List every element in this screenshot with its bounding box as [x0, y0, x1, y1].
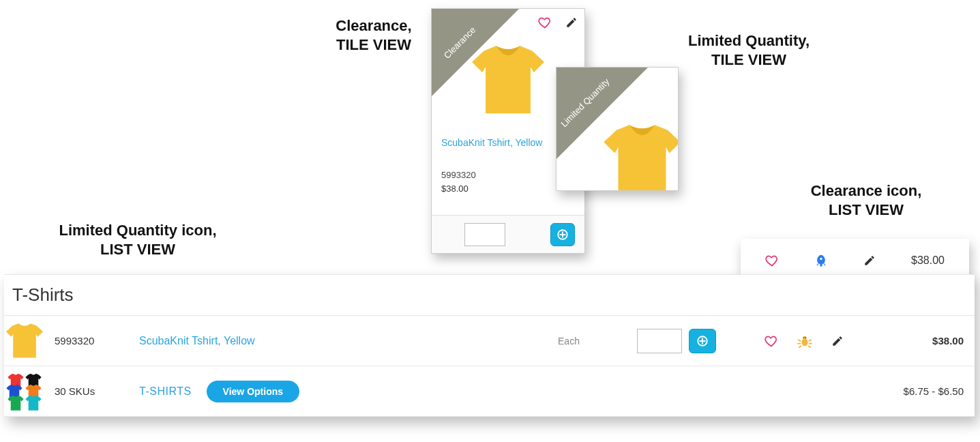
tile-footer: [432, 215, 584, 253]
quantity-input[interactable]: [464, 223, 505, 246]
label-limited-list: Limited Quantity icon,LIST VIEW: [23, 221, 252, 259]
unit-of-measure: Each: [501, 336, 637, 347]
product-image: [468, 44, 548, 117]
product-tile-limited: Limited Quantity: [556, 67, 679, 191]
table-row: 30 SKUs T-SHIRTS View Options $6.75 - $6…: [4, 366, 975, 417]
list-heading: T-Shirts: [4, 274, 975, 316]
product-name-link[interactable]: ScubaKnit Tshirt, Yellow: [441, 137, 542, 148]
heart-icon[interactable]: [764, 334, 778, 348]
pencil-icon[interactable]: [863, 254, 876, 267]
product-sku: 5993320: [441, 170, 476, 180]
add-to-cart-button[interactable]: [689, 329, 716, 353]
product-thumbnail: [4, 372, 45, 411]
product-price-range: $6.75 - $6.50: [862, 385, 964, 397]
table-row: 5993320 ScubaKnit Tshirt, Yellow Each $3…: [4, 316, 975, 366]
product-image: [599, 121, 679, 191]
product-name-link[interactable]: T-SHIRTS: [139, 385, 192, 398]
product-price: $38.00: [862, 335, 964, 347]
heart-icon[interactable]: [765, 254, 779, 267]
pencil-icon[interactable]: [565, 16, 578, 29]
product-thumbnail: [4, 321, 45, 361]
quantity-input[interactable]: [637, 329, 682, 353]
add-to-cart-button[interactable]: [550, 223, 575, 246]
label-limited-tile: Limited Quantity,TILE VIEW: [668, 31, 829, 69]
svg-point-4: [803, 337, 805, 338]
label-clearance-tile: Clearance,TILE VIEW: [314, 16, 434, 54]
product-sku: 5993320: [45, 335, 139, 347]
limited-quantity-icon[interactable]: [797, 334, 812, 349]
product-list: T-Shirts 5993320 ScubaKnit Tshirt, Yello…: [4, 274, 975, 417]
product-name-link[interactable]: ScubaKnit Tshirt, Yellow: [139, 335, 255, 347]
callout-price: $38.00: [911, 254, 945, 267]
svg-point-5: [805, 337, 807, 338]
pencil-icon[interactable]: [831, 335, 844, 347]
rocket-icon[interactable]: [814, 254, 828, 267]
label-clearance-list: Clearance icon,LIST VIEW: [790, 181, 942, 219]
product-sku-count: 30 SKUs: [45, 385, 139, 397]
heart-icon[interactable]: [538, 16, 552, 29]
view-options-button[interactable]: View Options: [207, 381, 299, 402]
product-price: $38.00: [441, 183, 469, 194]
